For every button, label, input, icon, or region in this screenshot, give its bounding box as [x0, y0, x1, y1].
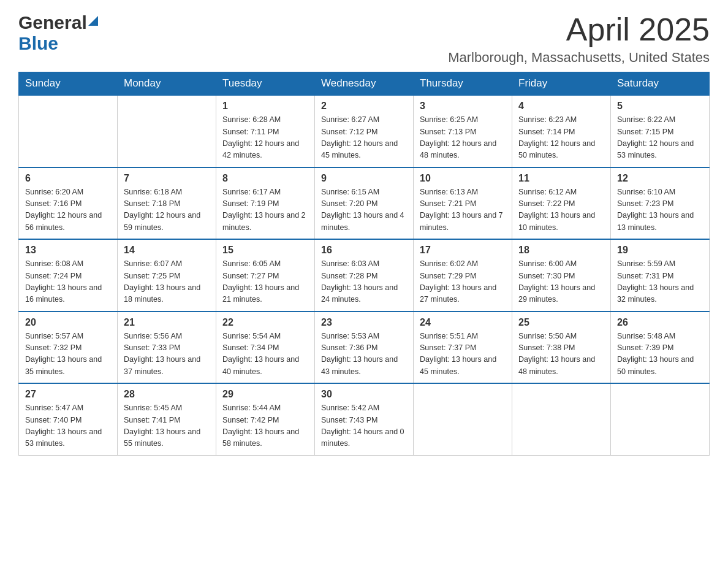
day-info: Sunrise: 5:59 AMSunset: 7:31 PMDaylight:… — [617, 258, 703, 306]
day-info: Sunrise: 6:13 AMSunset: 7:21 PMDaylight:… — [420, 186, 506, 234]
day-cell: 18Sunrise: 6:00 AMSunset: 7:30 PMDayligh… — [512, 239, 611, 312]
day-number: 9 — [321, 173, 407, 184]
week-row-1: 1Sunrise: 6:28 AMSunset: 7:11 PMDaylight… — [19, 95, 710, 167]
day-number: 5 — [617, 101, 703, 112]
day-info: Sunrise: 5:50 AMSunset: 7:38 PMDaylight:… — [518, 331, 604, 378]
logo: General Blue — [18, 12, 98, 54]
day-cell — [512, 383, 611, 455]
day-info: Sunrise: 6:17 AMSunset: 7:19 PMDaylight:… — [222, 186, 308, 234]
day-cell — [611, 383, 710, 455]
day-cell: 13Sunrise: 6:08 AMSunset: 7:24 PMDayligh… — [19, 239, 118, 312]
day-info: Sunrise: 6:12 AMSunset: 7:22 PMDaylight:… — [518, 186, 604, 234]
col-tuesday: Tuesday — [216, 72, 315, 96]
day-cell — [414, 383, 512, 455]
day-number: 13 — [25, 245, 111, 256]
day-info: Sunrise: 6:18 AMSunset: 7:18 PMDaylight:… — [124, 186, 210, 234]
day-info: Sunrise: 5:45 AMSunset: 7:41 PMDaylight:… — [124, 402, 210, 450]
week-row-3: 13Sunrise: 6:08 AMSunset: 7:24 PMDayligh… — [19, 239, 710, 312]
day-info: Sunrise: 6:08 AMSunset: 7:24 PMDaylight:… — [25, 258, 111, 306]
day-number: 25 — [518, 317, 604, 328]
day-number: 7 — [124, 173, 210, 184]
day-number: 2 — [321, 101, 407, 112]
day-number: 22 — [222, 317, 308, 328]
day-number: 26 — [617, 317, 703, 328]
day-cell: 17Sunrise: 6:02 AMSunset: 7:29 PMDayligh… — [414, 239, 512, 312]
col-wednesday: Wednesday — [315, 72, 414, 96]
day-number: 19 — [617, 245, 703, 256]
day-info: Sunrise: 6:28 AMSunset: 7:11 PMDaylight:… — [222, 114, 308, 162]
day-number: 23 — [321, 317, 407, 328]
logo-blue-text: Blue — [18, 33, 58, 53]
day-info: Sunrise: 6:07 AMSunset: 7:25 PMDaylight:… — [124, 258, 210, 306]
day-number: 30 — [321, 389, 407, 400]
calendar-header-row: Sunday Monday Tuesday Wednesday Thursday… — [19, 72, 710, 96]
day-info: Sunrise: 6:15 AMSunset: 7:20 PMDaylight:… — [321, 186, 407, 234]
month-year-title: April 2025 — [448, 12, 710, 47]
day-info: Sunrise: 5:44 AMSunset: 7:42 PMDaylight:… — [222, 402, 308, 450]
day-cell: 24Sunrise: 5:51 AMSunset: 7:37 PMDayligh… — [414, 312, 512, 384]
day-number: 24 — [420, 317, 506, 328]
day-cell: 1Sunrise: 6:28 AMSunset: 7:11 PMDaylight… — [216, 95, 315, 167]
day-info: Sunrise: 6:02 AMSunset: 7:29 PMDaylight:… — [420, 258, 506, 306]
day-cell: 8Sunrise: 6:17 AMSunset: 7:19 PMDaylight… — [216, 167, 315, 240]
day-number: 1 — [222, 101, 308, 112]
day-info: Sunrise: 5:47 AMSunset: 7:40 PMDaylight:… — [25, 402, 111, 450]
day-info: Sunrise: 6:25 AMSunset: 7:13 PMDaylight:… — [420, 114, 506, 162]
day-cell — [19, 95, 118, 167]
day-number: 28 — [124, 389, 210, 400]
day-cell: 19Sunrise: 5:59 AMSunset: 7:31 PMDayligh… — [611, 239, 710, 312]
day-info: Sunrise: 5:56 AMSunset: 7:33 PMDaylight:… — [124, 331, 210, 378]
day-number: 16 — [321, 245, 407, 256]
day-cell: 14Sunrise: 6:07 AMSunset: 7:25 PMDayligh… — [118, 239, 216, 312]
day-cell: 5Sunrise: 6:22 AMSunset: 7:15 PMDaylight… — [611, 95, 710, 167]
day-info: Sunrise: 6:20 AMSunset: 7:16 PMDaylight:… — [25, 186, 111, 234]
day-cell — [118, 95, 216, 167]
day-info: Sunrise: 5:48 AMSunset: 7:39 PMDaylight:… — [617, 331, 703, 378]
day-cell: 28Sunrise: 5:45 AMSunset: 7:41 PMDayligh… — [118, 383, 216, 455]
day-number: 4 — [518, 101, 604, 112]
day-info: Sunrise: 6:27 AMSunset: 7:12 PMDaylight:… — [321, 114, 407, 162]
day-cell: 7Sunrise: 6:18 AMSunset: 7:18 PMDaylight… — [118, 167, 216, 240]
day-number: 11 — [518, 173, 604, 184]
col-sunday: Sunday — [19, 72, 118, 96]
col-friday: Friday — [512, 72, 611, 96]
day-number: 29 — [222, 389, 308, 400]
day-cell: 23Sunrise: 5:53 AMSunset: 7:36 PMDayligh… — [315, 312, 414, 384]
day-number: 10 — [420, 173, 506, 184]
day-cell: 22Sunrise: 5:54 AMSunset: 7:34 PMDayligh… — [216, 312, 315, 384]
day-cell: 2Sunrise: 6:27 AMSunset: 7:12 PMDaylight… — [315, 95, 414, 167]
day-number: 27 — [25, 389, 111, 400]
day-info: Sunrise: 6:03 AMSunset: 7:28 PMDaylight:… — [321, 258, 407, 306]
col-monday: Monday — [118, 72, 216, 96]
day-cell: 12Sunrise: 6:10 AMSunset: 7:23 PMDayligh… — [611, 167, 710, 240]
day-cell: 9Sunrise: 6:15 AMSunset: 7:20 PMDaylight… — [315, 167, 414, 240]
day-number: 21 — [124, 317, 210, 328]
day-cell: 10Sunrise: 6:13 AMSunset: 7:21 PMDayligh… — [414, 167, 512, 240]
day-number: 12 — [617, 173, 703, 184]
col-thursday: Thursday — [414, 72, 512, 96]
day-number: 14 — [124, 245, 210, 256]
day-info: Sunrise: 5:51 AMSunset: 7:37 PMDaylight:… — [420, 331, 506, 378]
day-info: Sunrise: 5:42 AMSunset: 7:43 PMDaylight:… — [321, 402, 407, 450]
day-number: 15 — [222, 245, 308, 256]
day-cell: 3Sunrise: 6:25 AMSunset: 7:13 PMDaylight… — [414, 95, 512, 167]
week-row-4: 20Sunrise: 5:57 AMSunset: 7:32 PMDayligh… — [19, 312, 710, 384]
day-number: 17 — [420, 245, 506, 256]
day-cell: 15Sunrise: 6:05 AMSunset: 7:27 PMDayligh… — [216, 239, 315, 312]
col-saturday: Saturday — [611, 72, 710, 96]
day-number: 20 — [25, 317, 111, 328]
day-cell: 4Sunrise: 6:23 AMSunset: 7:14 PMDaylight… — [512, 95, 611, 167]
title-area: April 2025 Marlborough, Massachusetts, U… — [448, 12, 710, 66]
day-info: Sunrise: 5:57 AMSunset: 7:32 PMDaylight:… — [25, 331, 111, 378]
week-row-2: 6Sunrise: 6:20 AMSunset: 7:16 PMDaylight… — [19, 167, 710, 240]
day-number: 6 — [25, 173, 111, 184]
location-subtitle: Marlborough, Massachusetts, United State… — [448, 50, 710, 66]
day-info: Sunrise: 6:00 AMSunset: 7:30 PMDaylight:… — [518, 258, 604, 306]
day-cell: 11Sunrise: 6:12 AMSunset: 7:22 PMDayligh… — [512, 167, 611, 240]
day-cell: 29Sunrise: 5:44 AMSunset: 7:42 PMDayligh… — [216, 383, 315, 455]
day-info: Sunrise: 6:23 AMSunset: 7:14 PMDaylight:… — [518, 114, 604, 162]
day-number: 18 — [518, 245, 604, 256]
day-info: Sunrise: 6:10 AMSunset: 7:23 PMDaylight:… — [617, 186, 703, 234]
calendar-table: Sunday Monday Tuesday Wednesday Thursday… — [18, 72, 710, 456]
day-cell: 25Sunrise: 5:50 AMSunset: 7:38 PMDayligh… — [512, 312, 611, 384]
